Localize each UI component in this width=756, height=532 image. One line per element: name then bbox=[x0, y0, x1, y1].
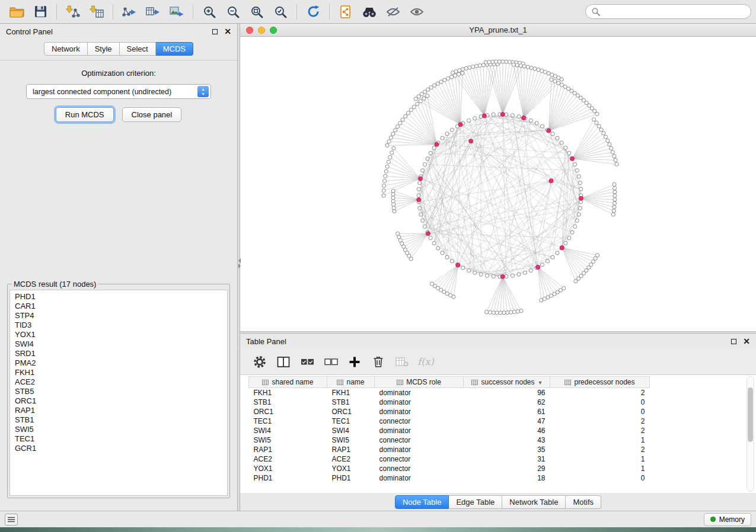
float-table-panel-icon[interactable] bbox=[731, 339, 736, 344]
table-cell[interactable]: 96 bbox=[464, 388, 550, 398]
table-cell[interactable]: FKH1 bbox=[327, 388, 375, 398]
mcds-result-item[interactable]: STB1 bbox=[15, 415, 222, 425]
open-session-button[interactable] bbox=[5, 2, 28, 21]
table-cell[interactable]: dominator bbox=[375, 445, 464, 454]
table-row[interactable]: RAP1RAP1dominator352 bbox=[249, 445, 650, 454]
table-cell[interactable]: 31 bbox=[464, 454, 550, 464]
table-cell[interactable]: YOX1 bbox=[327, 464, 375, 473]
table-row[interactable]: TEC1TEC1connector472 bbox=[249, 416, 650, 426]
column-header-successor-nodes[interactable]: successor nodes▾ bbox=[464, 377, 550, 388]
select-all-button[interactable] bbox=[296, 352, 318, 372]
table-cell[interactable]: 2 bbox=[550, 388, 650, 398]
mcds-result-item[interactable]: TID3 bbox=[15, 321, 222, 330]
mcds-result-item[interactable]: CAR1 bbox=[15, 302, 222, 311]
table-cell[interactable]: YOX1 bbox=[249, 464, 327, 473]
network-window-titlebar[interactable]: YPA_prune.txt_1 bbox=[240, 24, 756, 37]
mcds-result-item[interactable]: SWI5 bbox=[15, 425, 222, 434]
table-cell[interactable]: 0 bbox=[550, 473, 650, 483]
tab-node-table[interactable]: Node Table bbox=[395, 495, 449, 509]
tab-edge-table[interactable]: Edge Table bbox=[449, 495, 502, 509]
table-cell[interactable]: dominator bbox=[375, 388, 464, 398]
memory-button[interactable]: Memory bbox=[704, 513, 751, 526]
table-cell[interactable]: dominator bbox=[375, 398, 464, 407]
mcds-result-item[interactable]: PMA2 bbox=[15, 358, 222, 368]
table-cell[interactable]: dominator bbox=[375, 407, 464, 416]
minimize-window-icon[interactable] bbox=[258, 27, 265, 34]
table-cell[interactable]: RAP1 bbox=[327, 445, 375, 454]
network-search-box[interactable] bbox=[585, 4, 751, 19]
hide-graphics-button[interactable] bbox=[381, 2, 405, 21]
create-column-button[interactable] bbox=[343, 352, 366, 372]
zoom-selected-button[interactable] bbox=[269, 2, 292, 21]
table-row[interactable]: SWI4SWI4dominator462 bbox=[249, 426, 650, 435]
tab-style[interactable]: Style bbox=[88, 42, 120, 56]
mcds-result-item[interactable]: FKH1 bbox=[15, 368, 222, 377]
maximize-window-icon[interactable] bbox=[270, 27, 277, 34]
table-cell[interactable]: 2 bbox=[550, 416, 650, 426]
table-cell[interactable]: FKH1 bbox=[249, 388, 327, 398]
table-cell[interactable]: 29 bbox=[464, 464, 550, 473]
tab-mcds[interactable]: MCDS bbox=[156, 42, 193, 56]
table-cell[interactable]: ORC1 bbox=[327, 407, 375, 416]
search-network-button[interactable] bbox=[358, 2, 381, 21]
table-cell[interactable]: 0 bbox=[550, 407, 650, 416]
table-cell[interactable]: dominator bbox=[375, 426, 464, 435]
table-row[interactable]: YOX1YOX1connector291 bbox=[249, 464, 650, 473]
table-cell[interactable]: SWI4 bbox=[327, 426, 375, 435]
table-cell[interactable]: TEC1 bbox=[327, 416, 375, 426]
close-panel-icon[interactable]: ✕ bbox=[224, 27, 231, 36]
mcds-result-item[interactable]: TEC1 bbox=[15, 434, 222, 444]
column-header-mcds-role[interactable]: MCDS role bbox=[375, 377, 464, 388]
deselect-all-button[interactable] bbox=[320, 352, 342, 372]
export-image-button[interactable] bbox=[165, 2, 189, 21]
table-cell[interactable]: STB1 bbox=[249, 398, 327, 407]
table-cell[interactable]: 43 bbox=[464, 435, 550, 445]
column-header-name[interactable]: name bbox=[327, 377, 375, 388]
mcds-result-item[interactable]: STB5 bbox=[15, 387, 222, 396]
mcds-result-item[interactable]: ORC1 bbox=[15, 396, 222, 406]
search-input[interactable] bbox=[604, 8, 745, 16]
column-header-predecessor-nodes[interactable]: predecessor nodes bbox=[550, 377, 650, 388]
network-canvas[interactable] bbox=[240, 37, 756, 331]
table-cell[interactable]: SWI4 bbox=[249, 426, 327, 435]
tab-select[interactable]: Select bbox=[120, 42, 156, 56]
run-mcds-button[interactable]: Run MCDS bbox=[56, 107, 114, 122]
table-cell[interactable]: TEC1 bbox=[249, 416, 327, 426]
tab-motifs[interactable]: Motifs bbox=[566, 495, 601, 509]
float-panel-icon[interactable] bbox=[212, 29, 218, 34]
table-cell[interactable]: 46 bbox=[464, 426, 550, 435]
status-menu-button[interactable] bbox=[5, 514, 18, 525]
table-cell[interactable]: connector bbox=[375, 454, 464, 464]
table-settings-button[interactable] bbox=[248, 352, 271, 372]
table-cell[interactable]: 1 bbox=[550, 435, 650, 445]
import-network-button[interactable] bbox=[61, 2, 85, 21]
table-cell[interactable]: 47 bbox=[464, 416, 550, 426]
table-cell[interactable]: 1 bbox=[550, 464, 650, 473]
table-cell[interactable]: PHD1 bbox=[249, 473, 327, 483]
mcds-result-item[interactable]: PHD1 bbox=[15, 292, 222, 302]
zoom-fit-button[interactable] bbox=[245, 2, 269, 21]
table-row[interactable]: FKH1FKH1dominator962 bbox=[249, 388, 650, 398]
table-cell[interactable]: STB1 bbox=[327, 398, 375, 407]
mcds-result-list[interactable]: PHD1CAR1STP4TID3YOX1SWI4SRD1PMA2FKH1ACE2… bbox=[9, 290, 228, 496]
tab-network-table[interactable]: Network Table bbox=[502, 495, 566, 509]
mcds-result-item[interactable]: SRD1 bbox=[15, 349, 222, 358]
table-cell[interactable]: connector bbox=[375, 464, 464, 473]
mcds-result-item[interactable]: GCR1 bbox=[15, 444, 222, 453]
table-cell[interactable]: 2 bbox=[550, 445, 650, 454]
table-row[interactable]: ORC1ORC1dominator610 bbox=[249, 407, 650, 416]
table-scrollbar[interactable] bbox=[747, 376, 754, 492]
close-panel-button[interactable]: Close panel bbox=[122, 107, 182, 122]
import-table-button[interactable] bbox=[85, 2, 109, 21]
table-cell[interactable]: 61 bbox=[464, 407, 550, 416]
mcds-result-item[interactable]: RAP1 bbox=[15, 406, 222, 415]
close-table-panel-icon[interactable]: ✕ bbox=[743, 337, 750, 345]
mcds-result-item[interactable]: STP4 bbox=[15, 311, 222, 321]
mcds-result-item[interactable]: ACE2 bbox=[15, 377, 222, 387]
show-columns-button[interactable] bbox=[272, 352, 295, 372]
table-row[interactable]: ACE2ACE2connector311 bbox=[249, 454, 650, 464]
table-cell[interactable]: 1 bbox=[550, 454, 650, 464]
table-cell[interactable]: ACE2 bbox=[249, 454, 327, 464]
delete-column-button[interactable] bbox=[367, 352, 390, 372]
show-graphics-button[interactable] bbox=[405, 2, 429, 21]
